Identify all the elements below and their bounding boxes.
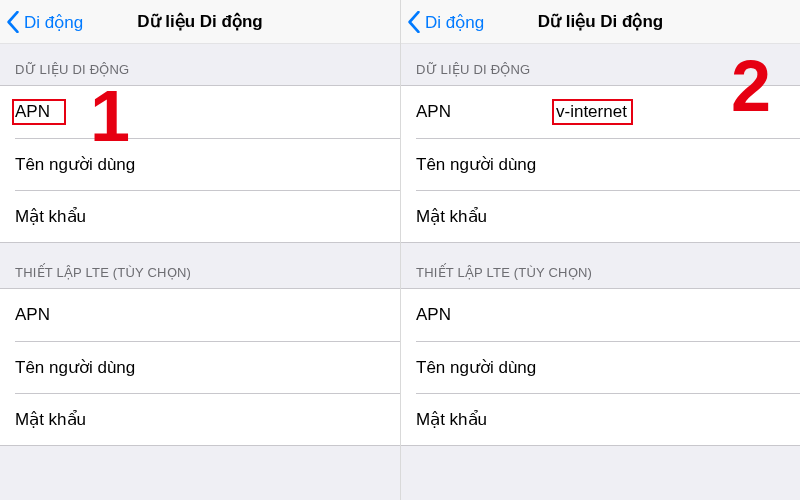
pane-step-1: Di động Dữ liệu Di động DỮ LIỆU DI ĐỘNG …	[0, 0, 400, 500]
content: DỮ LIỆU DI ĐỘNG APN v-internet Tên người…	[401, 44, 800, 500]
row-lte-apn[interactable]: APN	[401, 289, 800, 341]
row-username[interactable]: Tên người dùng	[401, 138, 800, 190]
row-lte-username[interactable]: Tên người dùng	[401, 341, 800, 393]
lte-password-label: Mật khẩu	[416, 409, 556, 430]
row-lte-password[interactable]: Mật khẩu	[401, 393, 800, 445]
group-lte: APN Tên người dùng Mật khẩu	[401, 288, 800, 446]
back-label: Di động	[425, 12, 484, 33]
row-apn[interactable]: APN	[0, 86, 400, 138]
password-label: Mật khẩu	[15, 206, 155, 227]
content: DỮ LIỆU DI ĐỘNG APN Tên người dùng Mật k…	[0, 44, 400, 500]
group-header-lte: THIẾT LẬP LTE (TÙY CHỌN)	[401, 243, 800, 288]
row-lte-username[interactable]: Tên người dùng	[0, 341, 400, 393]
row-lte-apn[interactable]: APN	[0, 289, 400, 341]
row-password[interactable]: Mật khẩu	[401, 190, 800, 242]
back-button[interactable]: Di động	[407, 0, 484, 44]
password-label: Mật khẩu	[416, 206, 556, 227]
row-lte-password[interactable]: Mật khẩu	[0, 393, 400, 445]
pane-step-2: Di động Dữ liệu Di động DỮ LIỆU DI ĐỘNG …	[400, 0, 800, 500]
group-lte: APN Tên người dùng Mật khẩu	[0, 288, 400, 446]
lte-username-label: Tên người dùng	[15, 357, 155, 378]
back-label: Di động	[24, 12, 83, 33]
group-header-cellular-data: DỮ LIỆU DI ĐỘNG	[401, 44, 800, 85]
lte-username-label: Tên người dùng	[416, 357, 556, 378]
back-button[interactable]: Di động	[6, 0, 83, 44]
chevron-left-icon	[6, 11, 20, 33]
chevron-left-icon	[407, 11, 421, 33]
row-username[interactable]: Tên người dùng	[0, 138, 400, 190]
apn-label: APN	[15, 102, 155, 122]
group-cellular-data: APN v-internet Tên người dùng Mật khẩu	[401, 85, 800, 243]
apn-label: APN	[416, 102, 556, 122]
apn-value[interactable]: v-internet	[556, 102, 785, 122]
navbar: Di động Dữ liệu Di động	[0, 0, 400, 44]
lte-apn-label: APN	[416, 305, 556, 325]
group-cellular-data: APN Tên người dùng Mật khẩu	[0, 85, 400, 243]
group-header-cellular-data: DỮ LIỆU DI ĐỘNG	[0, 44, 400, 85]
navbar: Di động Dữ liệu Di động	[401, 0, 800, 44]
username-label: Tên người dùng	[416, 154, 556, 175]
row-password[interactable]: Mật khẩu	[0, 190, 400, 242]
row-apn[interactable]: APN v-internet	[401, 86, 800, 138]
lte-password-label: Mật khẩu	[15, 409, 155, 430]
lte-apn-label: APN	[15, 305, 155, 325]
group-header-lte: THIẾT LẬP LTE (TÙY CHỌN)	[0, 243, 400, 288]
username-label: Tên người dùng	[15, 154, 155, 175]
